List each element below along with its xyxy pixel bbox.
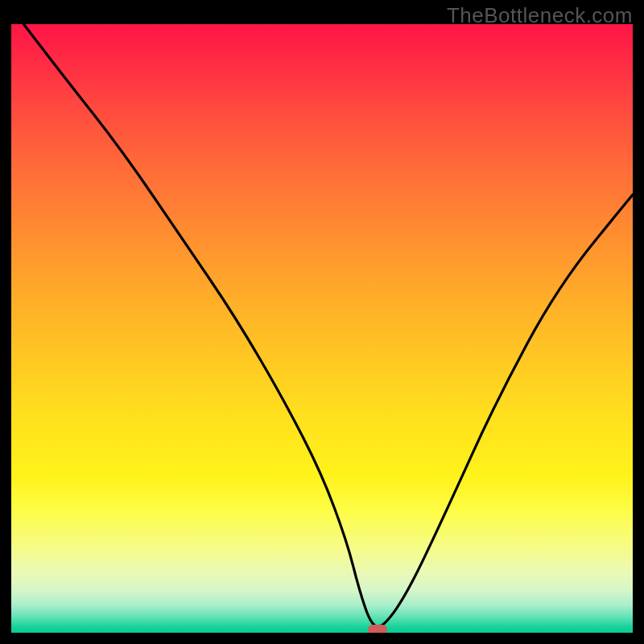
plot-area — [11, 24, 633, 633]
watermark-text: TheBottleneck.com — [447, 3, 633, 28]
bottleneck-curve — [11, 24, 633, 633]
chart-frame: TheBottleneck.com — [0, 0, 644, 644]
minimum-marker — [368, 625, 387, 633]
